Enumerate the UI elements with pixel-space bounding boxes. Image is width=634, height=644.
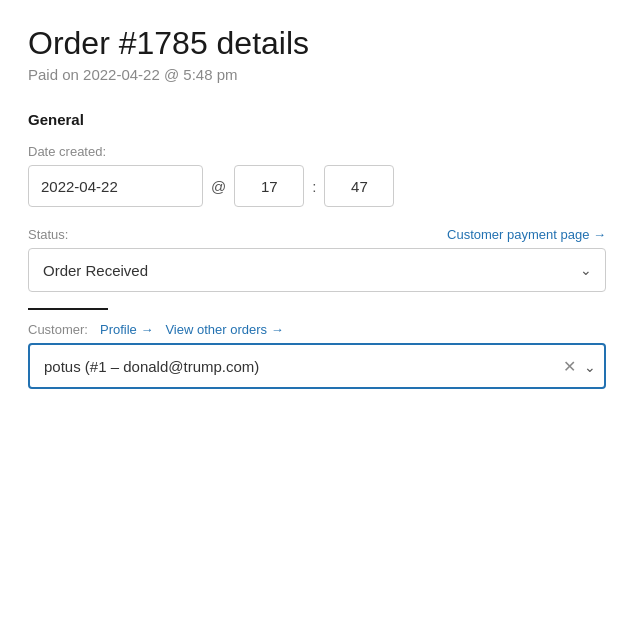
status-row-header: Status: Customer payment page → — [28, 227, 606, 242]
divider — [28, 308, 108, 310]
customer-label: Customer: — [28, 322, 88, 337]
status-label: Status: — [28, 227, 68, 242]
date-row: @ : — [28, 165, 606, 207]
general-heading: General — [28, 111, 606, 128]
at-sign: @ — [211, 178, 226, 195]
customer-select-wrapper: potus (#1 – donald@trump.com) ✕ ⌄ — [28, 343, 606, 389]
profile-link[interactable]: Profile → — [100, 322, 153, 337]
page-title: Order #1785 details — [28, 24, 606, 62]
status-select-wrapper: Order Received Processing Completed Canc… — [28, 248, 606, 292]
minute-input[interactable] — [324, 165, 394, 207]
date-input[interactable] — [28, 165, 203, 207]
customer-row-header: Customer: Profile → View other orders → — [28, 322, 606, 337]
general-section: General Date created: @ : Status: Custom… — [28, 111, 606, 389]
page-subtitle: Paid on 2022-04-22 @ 5:48 pm — [28, 66, 606, 83]
date-created-label: Date created: — [28, 144, 606, 159]
customer-links: Profile → View other orders → — [100, 322, 284, 337]
customer-select[interactable]: potus (#1 – donald@trump.com) — [28, 343, 606, 389]
status-select[interactable]: Order Received Processing Completed Canc… — [28, 248, 606, 292]
hour-input[interactable] — [234, 165, 304, 207]
colon: : — [312, 178, 316, 195]
customer-payment-link[interactable]: Customer payment page → — [447, 227, 606, 242]
view-other-orders-link[interactable]: View other orders → — [165, 322, 283, 337]
